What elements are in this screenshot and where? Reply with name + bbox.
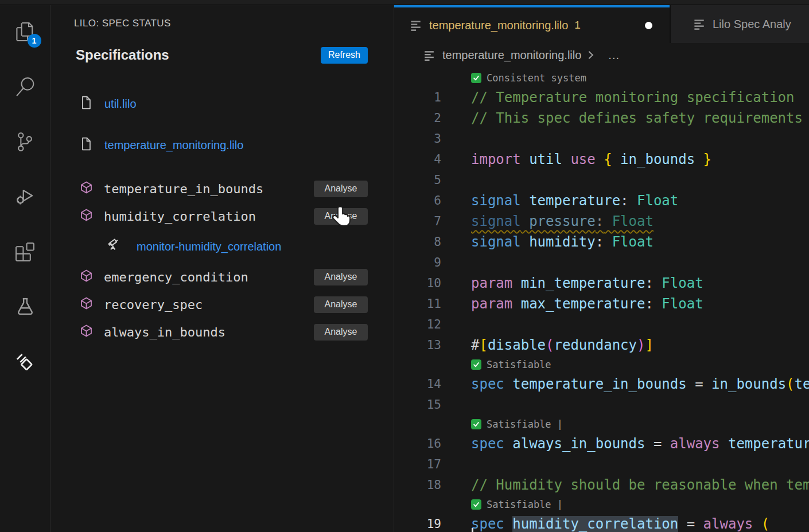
line-number: 1 (394, 87, 441, 108)
code-line: 7signal pressure: Float (394, 211, 809, 232)
analyse-button[interactable]: Analyse (314, 181, 368, 197)
breadcrumb-more[interactable]: ... (608, 49, 620, 62)
code-line: 2// This spec defines safety requirement… (394, 108, 809, 128)
extensions-icon (15, 242, 34, 261)
line-number: 19 (394, 514, 441, 532)
activity-item-testing[interactable] (14, 295, 37, 318)
spec-name: always_in_bounds (104, 325, 314, 339)
run-debug-icon (15, 187, 35, 206)
line-number: 3 (394, 128, 441, 149)
file-link[interactable]: temperature_monitoring.lilo (104, 139, 243, 152)
file-icon (79, 136, 104, 154)
text-caret (472, 528, 473, 532)
tab-temperature-monitoring[interactable]: temperature_monitoring.lilo 1 (394, 5, 670, 43)
codelens-annotation[interactable]: Satisfiable | (394, 495, 809, 514)
codelens-text: Consistent system (487, 72, 586, 84)
monitor-item[interactable]: monitor-humidity_correlation (51, 230, 394, 263)
breadcrumb-file[interactable]: temperature_monitoring.lilo (442, 49, 581, 62)
code-line: 13#[disable(redundancy)] (394, 335, 809, 355)
code-line: 6signal temperature: Float (394, 190, 809, 211)
spec-item[interactable]: emergency_conditionAnalyse (51, 263, 394, 291)
activity-item-lilo[interactable] (14, 350, 37, 373)
codelens-annotation[interactable]: Satisfiable (394, 355, 809, 374)
code-line: 17 (394, 454, 809, 475)
line-number: 17 (394, 454, 441, 475)
file-icon (79, 95, 104, 113)
activity-item-explorer[interactable]: 1 (14, 20, 37, 43)
spec-item[interactable]: humidity_correlationAnalyse (51, 202, 394, 230)
code-line-text: // Humidity should be reasonable when te… (471, 475, 809, 495)
line-number: 10 (394, 273, 441, 294)
file-item[interactable]: util.lilo (51, 92, 394, 115)
code-line-text: // This spec defines safety requirements (471, 108, 803, 128)
spec-item[interactable]: always_in_boundsAnalyse (51, 318, 394, 346)
spec-name: recovery_spec (104, 298, 314, 312)
code-line: 16spec always_in_bounds = always tempera… (394, 433, 809, 454)
codelens-text: Satisfiable | (487, 499, 563, 510)
code-line-text: spec temperature_in_bounds = in_bounds(t… (471, 374, 809, 394)
line-number: 15 (394, 394, 441, 415)
line-number: 6 (394, 190, 441, 211)
code-line-text: spec humidity_correlation = always ( (471, 514, 769, 532)
testing-icon (15, 297, 35, 316)
code-line-text: signal temperature: Float (471, 190, 678, 211)
check-icon (471, 419, 481, 429)
activity-item-extensions[interactable] (14, 240, 37, 263)
line-number: 2 (394, 108, 441, 128)
spec-item[interactable]: temperature_in_boundsAnalyse (51, 175, 394, 202)
tab-lilo-spec-analysis[interactable]: Lilo Spec Analy (670, 5, 809, 43)
cube-icon (79, 180, 104, 197)
code-line: 19spec humidity_correlation = always ( (394, 514, 809, 532)
line-number: 16 (394, 433, 441, 454)
spec-item[interactable]: recovery_specAnalyse (51, 291, 394, 318)
code-line: 12 (394, 314, 809, 335)
file-item[interactable]: temperature_monitoring.lilo (51, 134, 394, 157)
activity-item-source-control[interactable] (14, 130, 37, 153)
codelens-annotation[interactable]: Satisfiable | (394, 415, 809, 433)
check-icon (471, 359, 481, 370)
cube-icon (79, 296, 104, 313)
code-line-text: signal pressure: Float (471, 211, 654, 232)
analyse-button[interactable]: Analyse (314, 269, 368, 285)
code-editor[interactable]: Consistent system1// Temperature monitor… (394, 67, 809, 532)
file-lines-icon (409, 18, 422, 32)
analyse-button[interactable]: Analyse (314, 296, 368, 313)
refresh-button[interactable]: Refresh (321, 47, 368, 64)
line-number: 5 (394, 170, 441, 190)
chevron-right-icon (588, 50, 601, 60)
code-line-text: param max_temperature: Float (471, 294, 703, 314)
tab-bar: temperature_monitoring.lilo 1 Lilo Spec … (394, 5, 809, 43)
activity-item-search[interactable] (14, 75, 37, 98)
tab-title: Lilo Spec Analy (713, 18, 791, 31)
explorer-count-badge: 1 (28, 34, 41, 48)
specifications-header: Specifications Refresh (51, 46, 394, 64)
lilo-spec-status-sidebar: LILO: SPEC STATUS Specifications Refresh… (51, 5, 394, 532)
unsaved-dot-icon[interactable] (645, 22, 652, 29)
line-number: 9 (394, 252, 441, 273)
lilo-icon (15, 352, 35, 372)
activity-bar: 1 (0, 5, 50, 532)
code-line: 10param min_temperature: Float (394, 273, 809, 294)
code-line-text: #[disable(redundancy)] (471, 335, 654, 355)
monitor-link[interactable]: monitor-humidity_correlation (137, 240, 281, 253)
code-line: 11param max_temperature: Float (394, 294, 809, 314)
check-icon (471, 73, 481, 83)
warning-squiggle: signal pressure: Float (471, 213, 654, 229)
activity-item-run-debug[interactable] (14, 185, 37, 208)
line-number: 7 (394, 211, 441, 232)
code-line: 9 (394, 252, 809, 273)
code-line: 15 (394, 394, 809, 415)
spec-name: emergency_condition (104, 270, 314, 284)
code-line: 4import util use { in_bounds } (394, 149, 809, 170)
analyse-button[interactable]: Analyse (314, 324, 368, 341)
editor-group: temperature_monitoring.lilo 1 Lilo Spec … (394, 5, 809, 532)
breadcrumb: temperature_monitoring.lilo ... (394, 43, 809, 67)
line-number: 4 (394, 149, 441, 170)
line-number: 8 (394, 232, 441, 252)
spec-name: humidity_correlation (104, 209, 314, 224)
file-list: util.lilotemperature_monitoring.lilo (51, 92, 394, 157)
code-line-text: signal humidity: Float (471, 232, 654, 252)
codelens-annotation[interactable]: Consistent system (394, 69, 809, 87)
file-link[interactable]: util.lilo (104, 97, 137, 111)
analyse-button[interactable]: Analyse (314, 208, 368, 225)
